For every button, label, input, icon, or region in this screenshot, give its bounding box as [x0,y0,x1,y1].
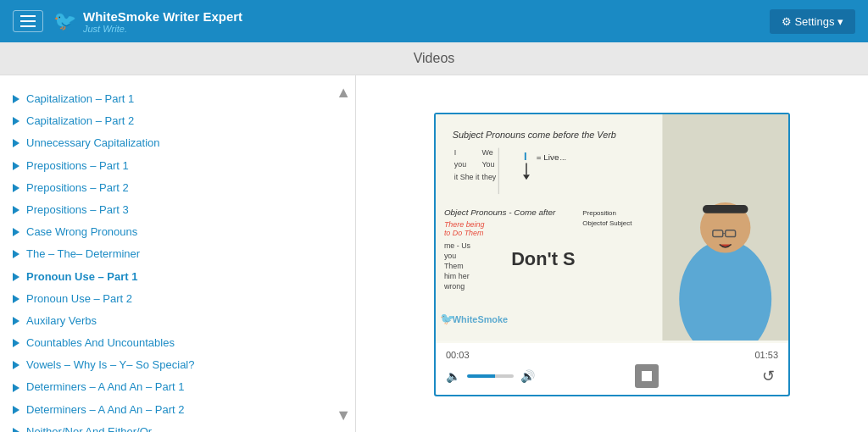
video-list-item-label: Determiners – A And An – Part 2 [26,402,184,418]
volume-high-icon: 🔊 [520,369,535,383]
video-list-item-label: Vowels – Why Is – Y– So Special? [26,357,194,373]
play-triangle-icon [13,139,19,147]
stop-icon [642,371,652,381]
app-subtitle: Just Write. [83,24,242,34]
video-list-item-label: Capitalization – Part 2 [26,114,134,129]
play-triangle-icon [13,361,19,369]
svg-text:Object Pronouns - Come after: Object Pronouns - Come after [444,207,556,216]
svg-text:they: they [481,173,496,181]
hamburger-line-2 [20,20,36,22]
svg-text:WhiteSmoke: WhiteSmoke [453,313,508,324]
svg-text:= Live: = Live [537,152,559,162]
svg-text:Don't S: Don't S [511,248,575,269]
video-list-item[interactable]: Capitalization – Part 2 [13,110,355,132]
svg-text:I: I [454,147,456,156]
header-left: 🐦 WhiteSmoke Writer Expert Just Write. [13,9,242,34]
video-list-item-label: Case Wrong Pronouns [26,224,137,240]
svg-text:you: you [444,252,456,260]
playback-controls[interactable] [635,364,659,388]
svg-text:Them: Them [444,262,464,270]
total-time: 01:53 [754,350,778,360]
svg-rect-33 [703,204,748,213]
video-list-item[interactable]: Prepositions – Part 2 [13,177,355,199]
replay-button[interactable]: ↺ [758,366,778,386]
extra-controls: ↺ [758,366,778,386]
video-list-item-label: The – The– Determiner [26,246,140,262]
svg-text:Objectof Subject: Objectof Subject [582,219,632,226]
stop-button[interactable] [635,364,659,388]
play-triangle-icon [13,95,19,103]
video-list-item[interactable]: Pronoun Use – Part 2 [13,288,355,310]
video-list-item-label: Pronoun Use – Part 2 [26,291,132,307]
scroll-down-arrow[interactable]: ▼ [336,407,351,424]
whiteboard-content: Subject Pronouns come before the Verb I … [436,114,788,341]
controls-row: 🔈 🔊 ↺ [446,364,778,388]
video-list-item-label: Determiners – A And An – Part 1 [26,379,184,395]
video-list-item[interactable]: Prepositions – Part 1 [13,155,355,177]
play-triangle-icon [13,406,19,414]
video-list-item[interactable]: Vowels – Why Is – Y– So Special? [13,354,355,376]
video-list-item[interactable]: Neither/Nor And Either/Or [13,421,355,432]
play-triangle-icon [13,250,19,258]
logo-text: WhiteSmoke Writer Expert Just Write. [83,9,242,34]
svg-text:🐦: 🐦 [440,311,455,325]
menu-toggle-button[interactable] [13,10,43,32]
svg-text:You: You [481,160,494,169]
logo-area: 🐦 WhiteSmoke Writer Expert Just Write. [53,9,242,34]
video-list-item-label: Countables And Uncountables [26,335,175,351]
video-list-item-label: Capitalization – Part 1 [26,91,134,107]
video-list-item-label: Pronoun Use – Part 1 [26,269,137,285]
video-list-item-label: Prepositions – Part 2 [26,180,129,196]
video-list-item-label: Unnecessary Capitalization [26,136,160,151]
svg-text:you: you [454,160,466,169]
svg-text:wrong: wrong [443,282,465,291]
volume-controls: 🔈 🔊 [446,369,535,383]
time-row: 00:03 01:53 [446,350,778,360]
video-list-item[interactable]: Capitalization – Part 1 [13,88,355,110]
play-triangle-icon [13,428,19,432]
app-header: 🐦 WhiteSmoke Writer Expert Just Write. ⚙… [0,0,868,42]
settings-button[interactable]: ⚙ Settings ▾ [770,9,855,34]
video-list-item[interactable]: The – The– Determiner [13,243,355,265]
video-list-item[interactable]: Pronoun Use – Part 1 [13,266,355,288]
play-triangle-icon [13,228,19,236]
play-triangle-icon [13,162,19,170]
app-title: WhiteSmoke Writer Expert [83,9,242,24]
volume-low-icon: 🔈 [446,369,460,383]
play-triangle-icon [13,184,19,192]
page-title: Videos [414,51,455,65]
video-list-item[interactable]: Determiners – A And An – Part 2 [13,399,355,421]
hamburger-line-3 [20,25,36,27]
video-list-item[interactable]: Determiners – A And An – Part 1 [13,376,355,398]
video-panel: Subject Pronouns come before the Verb I … [356,75,868,432]
svg-text:I: I [524,150,527,163]
svg-text:me - Us: me - Us [444,241,471,250]
play-triangle-icon [13,273,19,281]
svg-text:Preposition: Preposition [582,208,616,216]
svg-text:...: ... [560,153,566,162]
svg-text:it She it: it She it [454,173,480,181]
svg-text:to Do Them: to Do Them [444,228,484,236]
play-triangle-icon [13,339,19,347]
logo-bird-icon: 🐦 [53,10,76,32]
hamburger-line-1 [20,15,36,17]
volume-slider[interactable] [467,374,514,378]
video-screen: Subject Pronouns come before the Verb I … [436,114,788,343]
video-list-item[interactable]: Prepositions – Part 3 [13,199,355,221]
video-list-item[interactable]: Countables And Uncountables [13,332,355,354]
video-list-item-label: Prepositions – Part 3 [26,202,129,218]
svg-text:him her: him her [444,272,470,280]
play-triangle-icon [13,206,19,214]
svg-text:Subject Pronouns come before t: Subject Pronouns come before the Verb [453,129,616,139]
video-list-item[interactable]: Unnecessary Capitalization [13,132,355,154]
play-triangle-icon [13,384,19,392]
video-list-item[interactable]: Auxilary Verbs [13,310,355,332]
video-list-item-label: Auxilary Verbs [26,313,97,329]
scroll-up-arrow[interactable]: ▲ [336,84,351,102]
video-list-sidebar[interactable]: ▲ Capitalization – Part 1Capitalization … [0,75,356,432]
play-triangle-icon [13,317,19,325]
video-list-item[interactable]: Case Wrong Pronouns [13,221,355,243]
play-triangle-icon [13,295,19,303]
svg-text:We: We [481,147,492,156]
video-list-item-label: Prepositions – Part 1 [26,158,129,174]
